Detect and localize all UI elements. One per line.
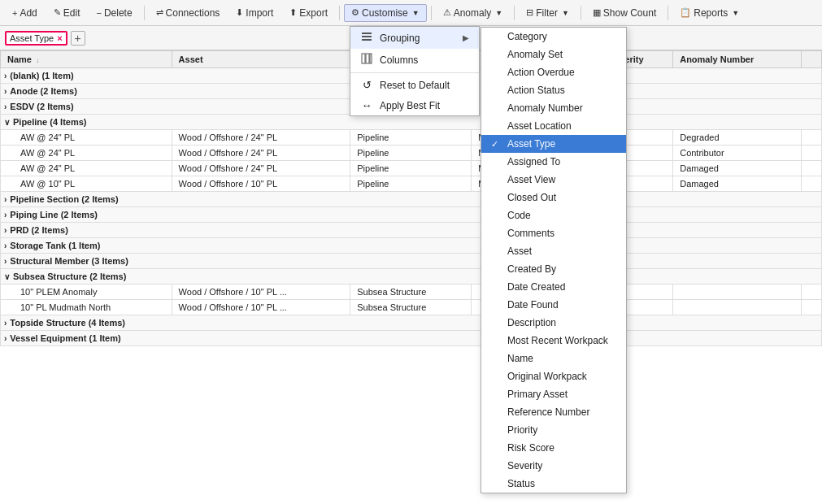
group-priority[interactable]: Priority: [481, 421, 626, 439]
submenu-label: Action Status: [507, 85, 565, 96]
group-reference-number[interactable]: Reference Number: [481, 403, 626, 421]
fit-menu-item[interactable]: ↔ Apply Best Fit: [350, 95, 479, 115]
delete-button[interactable]: − Delete: [89, 4, 139, 22]
group-code[interactable]: Code: [481, 206, 626, 224]
filter-button[interactable]: ⊟ Filter ▼: [519, 4, 576, 22]
group-row[interactable]: ›Pipeline Section (2 Items): [1, 192, 822, 207]
group-date-found[interactable]: Date Found: [481, 296, 626, 314]
submenu-label: Description: [507, 317, 556, 328]
expand-icon[interactable]: ›: [4, 334, 7, 343]
submenu-label: Date Found: [507, 299, 559, 311]
sep4: [514, 6, 515, 20]
show-count-button[interactable]: ▦ Show Count: [585, 4, 663, 22]
group-asset[interactable]: Asset: [481, 242, 626, 260]
col-name[interactable]: Name ↓: [1, 51, 172, 68]
group-risk-score[interactable]: Risk Score: [481, 439, 626, 457]
group-asset-view[interactable]: Asset View: [481, 171, 626, 189]
group-asset-type[interactable]: ✓Asset Type: [481, 135, 626, 153]
table-row[interactable]: 10" PL Mudmath NorthWood / Offshore / 10…: [1, 300, 822, 315]
reset-label: Reset to Default: [380, 80, 450, 91]
group-row[interactable]: ›Storage Tank (1 Item): [1, 238, 822, 254]
edit-button[interactable]: ✎ Edit: [46, 4, 88, 22]
expand-icon[interactable]: ›: [4, 72, 7, 80]
filter-add-button[interactable]: +: [71, 31, 85, 46]
reset-menu-item[interactable]: ↺ Reset to Default: [350, 75, 479, 95]
export-button[interactable]: ⬆ Export: [282, 4, 335, 22]
expand-icon[interactable]: ∨: [4, 118, 10, 127]
expand-icon[interactable]: ›: [4, 211, 7, 219]
import-button[interactable]: ⬇ Import: [228, 4, 281, 22]
group-description[interactable]: Description: [481, 314, 626, 332]
group-most-recent-workpack[interactable]: Most Recent Workpack: [481, 332, 626, 350]
group-anomaly-number[interactable]: Anomaly Number: [481, 99, 626, 117]
table-row[interactable]: 10" PLEM AnomalyWood / Offshore / 10" PL…: [1, 285, 822, 300]
toolbar: + Add ✎ Edit − Delete ⇌ Connections ⬇ Im…: [0, 0, 822, 26]
anomaly-arrow: ▼: [495, 9, 502, 17]
reports-button[interactable]: 📋 Reports ▼: [672, 4, 746, 22]
fit-icon: ↔: [360, 99, 373, 111]
grouping-label: Grouping: [380, 33, 420, 44]
group-row[interactable]: ∨Subsea Structure (2 Items): [1, 269, 822, 285]
group-category[interactable]: Category: [481, 28, 626, 46]
group-assigned-to[interactable]: Assigned To: [481, 153, 626, 171]
col-8[interactable]: [802, 51, 822, 68]
grouping-menu-item[interactable]: Grouping ▶: [350, 27, 479, 49]
submenu-label: Risk Score: [507, 442, 555, 454]
group-row[interactable]: ›Vessel Equipment (1 Item): [1, 331, 822, 346]
group-row[interactable]: ∨Pipeline (4 Items): [1, 115, 822, 130]
delete-icon: −: [96, 8, 101, 18]
group-date-created[interactable]: Date Created: [481, 278, 626, 296]
group-name[interactable]: Name: [481, 350, 626, 367]
expand-icon[interactable]: ›: [4, 226, 7, 235]
expand-icon[interactable]: ›: [4, 102, 7, 111]
submenu-label: Asset View: [507, 174, 555, 185]
expand-icon[interactable]: ∨: [4, 272, 10, 281]
svg-rect-1: [362, 36, 372, 37]
sep3: [431, 6, 432, 20]
svg-rect-4: [366, 54, 369, 63]
table-row[interactable]: AW @ 24" PLWood / Offshore / 24" PLPipel…: [1, 146, 822, 161]
show-count-icon: ▦: [593, 7, 601, 18]
submenu-label: Category: [507, 31, 547, 42]
group-asset-location[interactable]: Asset Location: [481, 117, 626, 135]
anomaly-button[interactable]: ⚠ Anomaly ▼: [436, 4, 511, 22]
table-row[interactable]: AW @ 24" PLWood / Offshore / 24" PLPipel…: [1, 161, 822, 176]
group-row[interactable]: ›PRD (2 Items): [1, 223, 822, 238]
group-original-workpack[interactable]: Original Workpack: [481, 367, 626, 385]
expand-icon[interactable]: ›: [4, 257, 7, 266]
group-comments[interactable]: Comments: [481, 224, 626, 242]
filter-tag-asset-type[interactable]: Asset Type ×: [5, 31, 67, 46]
reports-icon: 📋: [680, 7, 691, 18]
expand-icon[interactable]: ›: [4, 319, 7, 328]
filter-tag-label: Asset Type: [10, 33, 54, 43]
col-anomaly-number[interactable]: Anomaly Number: [673, 51, 802, 68]
group-row[interactable]: ›Structural Member (3 Items): [1, 254, 822, 269]
check-icon: ✓: [491, 139, 502, 150]
filter-tag-remove[interactable]: ×: [57, 33, 62, 43]
expand-icon[interactable]: ›: [4, 87, 7, 96]
group-row[interactable]: ›Piping Line (2 Items): [1, 207, 822, 223]
columns-menu-item[interactable]: Columns: [350, 49, 479, 71]
group-action-overdue[interactable]: Action Overdue: [481, 63, 626, 81]
expand-icon[interactable]: ›: [4, 241, 7, 250]
table-row[interactable]: AW @ 10" PLWood / Offshore / 10" PLPipel…: [1, 176, 822, 192]
group-primary-asset[interactable]: Primary Asset: [481, 385, 626, 403]
sep6: [668, 6, 668, 20]
group-status[interactable]: Status: [481, 475, 626, 493]
export-icon: ⬆: [289, 7, 297, 18]
connections-button[interactable]: ⇌ Connections: [149, 4, 228, 22]
group-closed-out[interactable]: Closed Out: [481, 189, 626, 206]
table-row[interactable]: AW @ 24" PLWood / Offshore / 24" PLPipel…: [1, 130, 822, 146]
columns-icon: [360, 53, 373, 67]
group-created-by[interactable]: Created By: [481, 260, 626, 278]
group-row[interactable]: ›Topside Structure (4 Items): [1, 315, 822, 331]
submenu-label: Created By: [507, 263, 556, 275]
group-action-status[interactable]: Action Status: [481, 81, 626, 99]
group-severity[interactable]: Severity: [481, 457, 626, 475]
submenu-label: Most Recent Workpack: [507, 335, 608, 346]
add-button[interactable]: + Add: [5, 4, 45, 22]
customise-button[interactable]: ⚙ Customise ▼: [344, 4, 427, 22]
group-anomaly-set[interactable]: Anomaly Set: [481, 46, 626, 63]
expand-icon[interactable]: ›: [4, 195, 7, 204]
col-asset[interactable]: Asset: [172, 51, 350, 68]
